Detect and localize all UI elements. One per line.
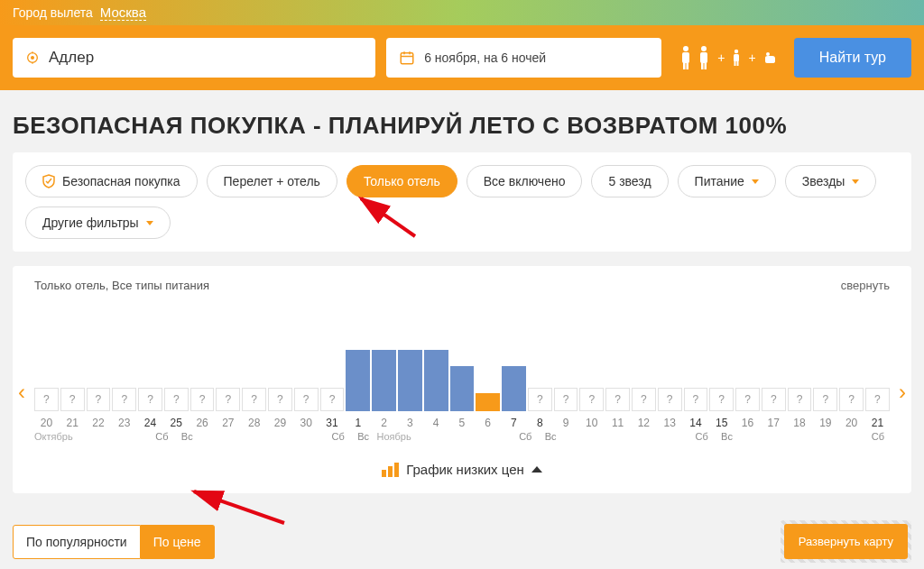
sort-tabs: По популярности По цене xyxy=(13,525,215,559)
svg-rect-14 xyxy=(701,62,704,69)
calendar-prev[interactable]: ‹ xyxy=(18,380,25,405)
svg-rect-11 xyxy=(687,62,689,69)
filter-flight-hotel[interactable]: Перелет + отель xyxy=(207,165,337,197)
calendar-day[interactable] xyxy=(424,346,448,411)
calendar-day[interactable]: ? xyxy=(762,346,786,411)
adult-icon xyxy=(698,45,710,70)
calendar-day[interactable]: ? xyxy=(684,346,708,411)
calendar-bars: ?????????????????????????? xyxy=(34,346,890,411)
search-button[interactable]: Найти тур xyxy=(794,38,911,78)
calendar-day[interactable]: ? xyxy=(865,346,890,411)
location-icon xyxy=(25,50,40,65)
svg-rect-18 xyxy=(735,60,736,66)
plus-icon: + xyxy=(717,50,725,65)
filter-safe-purchase[interactable]: Безопасная покупка xyxy=(25,165,198,197)
calendar-day[interactable] xyxy=(346,346,370,411)
calendar-day[interactable]: ? xyxy=(112,346,136,411)
calendar-icon xyxy=(399,50,415,66)
departure-city-strip: Город вылета Москва xyxy=(0,0,924,25)
calendar-day[interactable]: ? xyxy=(735,346,760,411)
destination-input[interactable]: Адлер xyxy=(13,38,375,78)
svg-point-1 xyxy=(32,57,34,60)
calendar-day[interactable] xyxy=(502,346,526,411)
svg-rect-13 xyxy=(700,52,707,63)
calendar-day[interactable]: ? xyxy=(528,346,552,411)
calendar-month-sub: ОктябрьСбВсСбВсНоябрьСбВсСбВсСб xyxy=(34,431,890,444)
calendar-day[interactable]: ? xyxy=(605,346,630,411)
svg-rect-4 xyxy=(401,53,413,64)
calendar-day[interactable]: ? xyxy=(87,346,111,411)
chevron-down-icon xyxy=(852,179,859,184)
calendar-day[interactable]: ? xyxy=(34,346,59,411)
svg-point-20 xyxy=(766,52,770,56)
sort-popularity[interactable]: По популярности xyxy=(13,525,141,559)
calendar-day[interactable]: ? xyxy=(242,346,266,411)
calendar-day[interactable]: ? xyxy=(554,346,578,411)
filters-bar: Безопасная покупка Перелет + отель Тольк… xyxy=(13,152,911,252)
calendar-day[interactable]: ? xyxy=(788,346,812,411)
svg-rect-19 xyxy=(737,60,739,66)
adult-icon xyxy=(679,45,692,70)
calendar-day[interactable]: ? xyxy=(839,346,864,411)
filter-all-inclusive[interactable]: Все включено xyxy=(467,165,583,197)
calendar-day[interactable]: ? xyxy=(320,346,345,411)
calendar-day[interactable] xyxy=(476,346,500,411)
filter-other[interactable]: Другие фильтры xyxy=(25,206,171,239)
price-calendar: Только отель, Все типы питания свернуть … xyxy=(13,266,911,493)
chevron-up-icon xyxy=(531,466,542,473)
plus-icon: + xyxy=(748,50,755,65)
page-title: БЕЗОПАСНАЯ ПОКУПКА - ПЛАНИРУЙ ЛЕТО С ВОЗ… xyxy=(0,90,924,152)
calendar-summary: Только отель, Все типы питания xyxy=(34,279,209,292)
guests-selector[interactable]: + + xyxy=(672,45,782,70)
calendar-day[interactable]: ? xyxy=(216,346,240,411)
calendar-day[interactable]: ? xyxy=(294,346,319,411)
chevron-down-icon xyxy=(752,179,759,184)
svg-line-22 xyxy=(194,491,284,523)
calendar-next[interactable]: › xyxy=(899,380,906,405)
filter-meals[interactable]: Питание xyxy=(678,165,776,197)
calendar-day[interactable]: ? xyxy=(138,346,162,411)
calendar-day[interactable]: ? xyxy=(632,346,656,411)
calendar-day[interactable] xyxy=(398,346,422,411)
date-text: 6 ноября, на 6 ночей xyxy=(424,50,546,65)
calendar-day[interactable]: ? xyxy=(164,346,189,411)
bars-icon xyxy=(382,463,399,477)
svg-point-12 xyxy=(701,46,707,51)
svg-point-8 xyxy=(683,46,688,51)
baby-icon xyxy=(763,51,776,64)
filter-hotel-only[interactable]: Только отель xyxy=(346,165,457,197)
svg-point-16 xyxy=(735,50,738,53)
calendar-day[interactable]: ? xyxy=(813,346,837,411)
sort-row: По популярности По цене Развернуть карту xyxy=(13,520,911,563)
destination-text: Адлер xyxy=(49,49,94,67)
svg-rect-9 xyxy=(682,52,689,63)
calendar-day-numbers: 2021222324252627282930311234567891011121… xyxy=(34,417,890,429)
filter-stars[interactable]: Звезды xyxy=(785,165,877,197)
calendar-day[interactable] xyxy=(450,346,475,411)
calendar-chart-toggle[interactable]: График низких цен xyxy=(34,462,890,477)
sort-price[interactable]: По цене xyxy=(141,525,215,559)
date-input[interactable]: 6 ноября, на 6 ночей xyxy=(386,38,661,78)
departure-city[interactable]: Москва xyxy=(100,5,146,21)
shield-icon xyxy=(42,174,55,188)
calendar-day[interactable]: ? xyxy=(579,346,604,411)
departure-label: Город вылета xyxy=(13,5,93,20)
collapse-link[interactable]: свернуть xyxy=(841,279,890,292)
search-bar: Адлер 6 ноября, на 6 ночей + + Найти тур xyxy=(0,25,924,90)
filter-five-star[interactable]: 5 звезд xyxy=(591,165,668,197)
map-preview: Развернуть карту xyxy=(781,520,911,563)
svg-rect-10 xyxy=(683,62,686,69)
svg-rect-17 xyxy=(734,54,739,61)
calendar-day[interactable]: ? xyxy=(60,346,85,411)
calendar-day[interactable]: ? xyxy=(190,346,215,411)
calendar-day[interactable]: ? xyxy=(709,346,734,411)
calendar-day[interactable]: ? xyxy=(658,346,682,411)
expand-map-button[interactable]: Развернуть карту xyxy=(784,524,908,559)
chevron-down-icon xyxy=(146,221,153,225)
svg-rect-15 xyxy=(705,62,707,69)
calendar-day[interactable] xyxy=(372,346,396,411)
calendar-day[interactable]: ? xyxy=(268,346,292,411)
child-icon xyxy=(732,49,741,67)
